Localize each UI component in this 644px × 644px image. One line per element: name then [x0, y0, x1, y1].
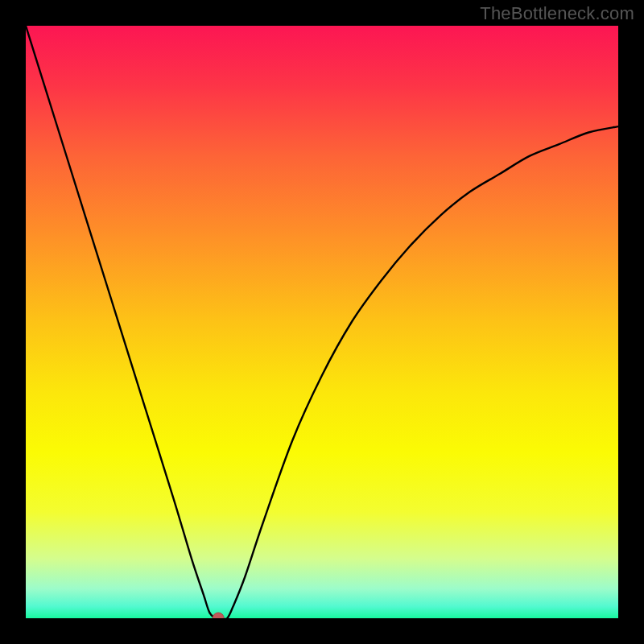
watermark-text: TheBottleneck.com: [480, 3, 634, 24]
chart-svg: [26, 26, 618, 618]
plot-area: [26, 26, 618, 618]
gradient-background: [26, 26, 618, 618]
chart-frame: TheBottleneck.com: [0, 0, 644, 644]
